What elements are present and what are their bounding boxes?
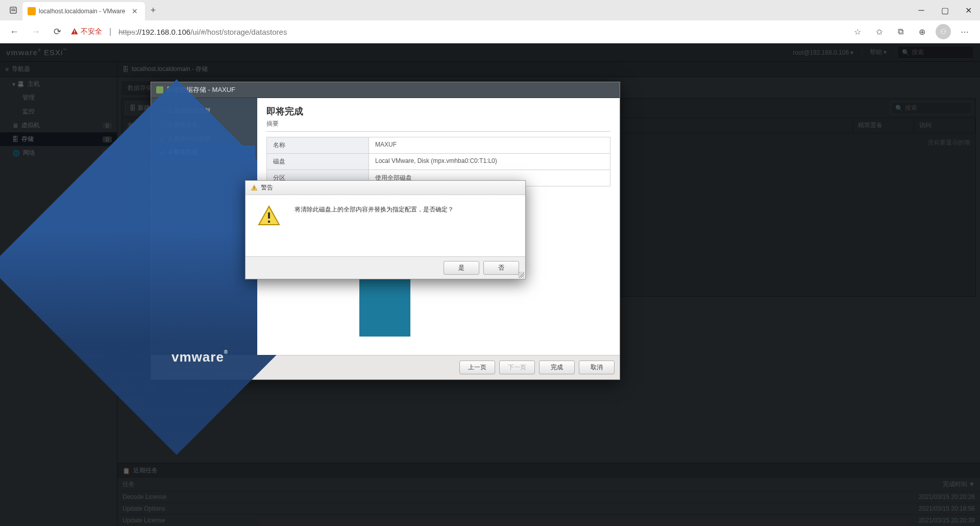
datastore-icon — [156, 86, 163, 93]
warning-triangle-icon — [257, 204, 281, 229]
browser-more-button[interactable]: ⋯ — [955, 22, 974, 41]
svg-rect-8 — [268, 221, 270, 223]
url-text[interactable]: https://192.168.0.106/ui/#/host/storage/… — [118, 28, 287, 36]
nav-forward-button[interactable]: → — [28, 23, 44, 40]
url-scheme: https — [118, 28, 135, 36]
svg-rect-4 — [74, 33, 75, 34]
summary-disk-value: Local VMware, Disk (mpx.vmhba0:C0:T1:L0) — [369, 154, 610, 170]
wizard-heading: 即将完成 — [266, 105, 610, 117]
svg-rect-3 — [74, 30, 75, 32]
window-maximize-button[interactable]: ▢ — [933, 2, 957, 18]
warning-footer: 是 否 — [246, 256, 525, 279]
wizard-steps: ✔1 选择创建类型 ✔2 选择设备 ✔3 选择分区选项 ✔4 即将完成 vmwa… — [151, 98, 257, 355]
summary-name-value: MAXUF — [369, 137, 610, 153]
avatar-icon: ⚇ — [936, 24, 951, 39]
addr-right: ☆ ✩ ⧉ ⊕ ⚇ ⋯ — [848, 22, 974, 41]
warning-title-bar[interactable]: 警告 — [246, 181, 525, 195]
url-host: ://192.168.0.106 — [135, 28, 190, 36]
wizard-cancel-button[interactable]: 取消 — [579, 361, 615, 374]
favicon-icon — [28, 7, 36, 15]
wizard-next-button: 下一页 — [499, 361, 535, 374]
nav-reload-button[interactable]: ⟳ — [49, 23, 65, 40]
warning-message: 将清除此磁盘上的全部内容并替换为指定配置，是否确定？ — [295, 204, 454, 214]
window-controls: ─ ▢ ✕ — [910, 2, 980, 18]
resize-grip[interactable] — [518, 272, 524, 278]
svg-rect-1 — [11, 9, 15, 10]
warning-dialog: 警告 将清除此磁盘上的全部内容并替换为指定配置，是否确定？ 是 否 — [245, 180, 526, 279]
esxi-app: vmware® ESXi™ root@192.168.0.106 ▾ | 帮助 … — [0, 43, 980, 526]
browser-tab[interactable]: localhost.localdomain - VMware ✕ — [22, 2, 145, 20]
url-separator: | — [109, 27, 111, 36]
tab-actions-icon — [9, 6, 17, 14]
wizard-prev-button[interactable]: 上一页 — [459, 361, 495, 374]
nav-back-button[interactable]: ← — [6, 23, 22, 40]
warning-triangle-icon — [251, 184, 258, 192]
browser-tab-bar: localhost.localdomain - VMware ✕ + ─ ▢ ✕ — [0, 0, 980, 20]
svg-rect-6 — [254, 189, 254, 189]
svg-rect-2 — [11, 10, 15, 11]
warning-title-text: 警告 — [261, 183, 273, 192]
warning-no-button[interactable]: 否 — [483, 261, 519, 275]
svg-rect-7 — [268, 212, 270, 219]
new-tab-button[interactable]: + — [145, 5, 161, 16]
tab-actions-button[interactable] — [4, 1, 22, 19]
url-path: /ui/#/host/storage/datastores — [190, 28, 287, 36]
security-indicator[interactable]: 不安全 — [70, 27, 102, 36]
summary-disk-label: 磁盘 — [267, 154, 369, 170]
window-minimize-button[interactable]: ─ — [910, 2, 933, 18]
favorites-bar-button[interactable]: ✩ — [870, 22, 888, 41]
tab-title: localhost.localdomain - VMware — [39, 8, 125, 15]
profile-button[interactable]: ⚇ — [934, 22, 952, 41]
collections-button[interactable]: ⧉ — [891, 22, 910, 41]
extensions-button[interactable]: ⊕ — [913, 22, 931, 41]
wizard-title-bar[interactable]: 新建数据存储 - MAXUF — [151, 82, 620, 98]
security-label: 不安全 — [81, 27, 102, 36]
warning-yes-button[interactable]: 是 — [444, 261, 479, 275]
favorites-button[interactable]: ☆ — [848, 22, 867, 41]
address-bar: ← → ⟳ 不安全 | https://192.168.0.106/ui/#/h… — [0, 20, 980, 43]
window-close-button[interactable]: ✕ — [957, 2, 980, 18]
summary-table: 名称 MAXUF 磁盘 Local VMware, Disk (mpx.vmhb… — [266, 137, 610, 186]
wizard-subheading: 摘要 — [266, 119, 610, 132]
browser-chrome: localhost.localdomain - VMware ✕ + ─ ▢ ✕… — [0, 0, 980, 43]
wizard-graphic-accent — [359, 275, 410, 337]
svg-rect-5 — [254, 186, 254, 188]
summary-name-label: 名称 — [267, 137, 369, 153]
tab-close-button[interactable]: ✕ — [130, 7, 140, 15]
warning-triangle-icon — [70, 28, 79, 36]
wizard-finish-button[interactable]: 完成 — [539, 361, 575, 374]
